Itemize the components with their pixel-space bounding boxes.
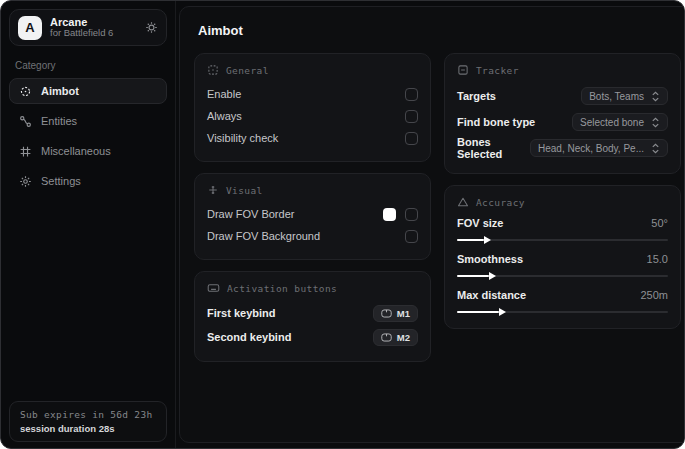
- session-duration-text: session duration 28s: [20, 423, 156, 434]
- sidebar-item-aimbot[interactable]: Aimbot: [9, 78, 167, 104]
- slider-thumb[interactable]: [489, 272, 496, 280]
- bones-selected-select[interactable]: Head, Neck, Body, Pe...: [530, 139, 668, 157]
- slider-value: 15.0: [647, 253, 668, 265]
- visual-title: Visual: [226, 185, 263, 196]
- setting-label: FOV size: [457, 217, 503, 229]
- activation-card-header: Activation buttons: [207, 282, 418, 294]
- tracker-title: Tracker: [476, 65, 519, 76]
- brand-text: Arcane for Battlefield 6: [50, 16, 137, 40]
- category-label: Category: [15, 60, 161, 71]
- keybind-value: M2: [397, 332, 410, 343]
- brand-card: A Arcane for Battlefield 6: [9, 9, 167, 46]
- slider-value: 250m: [640, 289, 668, 301]
- sub-expiry-text: Sub expires in 56d 23h: [20, 409, 156, 420]
- visual-card: Visual Draw FOV Border Draw FOV Backgrou…: [194, 173, 431, 260]
- setting-label: Visibility check: [207, 132, 278, 144]
- setting-row-targets: Targets Bots, Teams: [457, 83, 668, 109]
- accuracy-card: Accuracy FOV size 50°: [444, 185, 681, 329]
- sidebar-nav: Aimbot Entities Miscellaneous: [9, 78, 167, 194]
- always-checkbox[interactable]: [405, 110, 418, 123]
- general-card-header: General: [207, 64, 418, 76]
- setting-label: Always: [207, 110, 242, 122]
- accuracy-card-header: Accuracy: [457, 196, 668, 208]
- find-bone-type-select[interactable]: Selected bone: [572, 113, 668, 131]
- setting-label: Second keybind: [207, 331, 291, 343]
- slider-fill: [457, 275, 489, 277]
- draw-fov-background-checkbox[interactable]: [405, 230, 418, 243]
- slider-label-row: Smoothness 15.0: [457, 253, 668, 265]
- sidebar: A Arcane for Battlefield 6 Category Ai: [1, 1, 176, 448]
- gear-icon[interactable]: [145, 21, 158, 34]
- setting-group-max-distance: Max distance 250m: [457, 289, 668, 316]
- setting-row-visibility-check: Visibility check: [207, 127, 418, 149]
- setting-row-draw-fov-border: Draw FOV Border: [207, 203, 418, 225]
- mouse-icon: [381, 333, 392, 342]
- targets-select[interactable]: Bots, Teams: [581, 87, 668, 105]
- app-window: A Arcane for Battlefield 6 Category Ai: [0, 0, 685, 449]
- slider-label-row: FOV size 50°: [457, 217, 668, 229]
- sidebar-item-label: Aimbot: [41, 85, 79, 97]
- tracker-card: Tracker Targets Bots, Teams Find bone ty…: [444, 53, 681, 174]
- slider-fill: [457, 239, 484, 241]
- select-value: Selected bone: [580, 117, 644, 128]
- general-card: General Enable Always Visibility check: [194, 53, 431, 162]
- sidebar-item-label: Entities: [41, 115, 77, 127]
- app-logo: A: [18, 16, 42, 40]
- content-columns: General Enable Always Visibility check: [194, 53, 681, 362]
- sidebar-item-entities[interactable]: Entities: [9, 108, 167, 134]
- setting-label: Find bone type: [457, 116, 535, 128]
- setting-row-bones-selected: Bones Selected Head, Neck, Body, Pe...: [457, 135, 668, 161]
- app-logo-letter: A: [25, 20, 34, 35]
- setting-row-first-keybind: First keybind M1: [207, 301, 418, 325]
- setting-row-enable: Enable: [207, 83, 418, 105]
- slider-label-row: Max distance 250m: [457, 289, 668, 301]
- select-value: Head, Neck, Body, Pe...: [538, 143, 644, 154]
- setting-row-second-keybind: Second keybind M2: [207, 325, 418, 349]
- setting-label: Bones Selected: [457, 136, 530, 160]
- grid-dashed-icon: [207, 64, 219, 76]
- chevrons-up-down-icon: [651, 117, 660, 128]
- enable-checkbox[interactable]: [405, 88, 418, 101]
- left-column: General Enable Always Visibility check: [194, 53, 431, 362]
- grid-icon: [19, 145, 32, 158]
- fov-size-slider[interactable]: [457, 236, 668, 244]
- setting-label: First keybind: [207, 307, 275, 319]
- visibility-check-checkbox[interactable]: [405, 132, 418, 145]
- sidebar-item-settings[interactable]: Settings: [9, 168, 167, 194]
- activation-title: Activation buttons: [227, 283, 337, 294]
- setting-label: Smoothness: [457, 253, 523, 265]
- tracker-card-header: Tracker: [457, 64, 668, 76]
- setting-row-find-bone-type: Find bone type Selected bone: [457, 109, 668, 135]
- app-subtitle: for Battlefield 6: [50, 28, 137, 39]
- page-title: Aimbot: [198, 23, 681, 38]
- second-keybind-button[interactable]: M2: [373, 329, 418, 346]
- subscription-card: Sub expires in 56d 23h session duration …: [9, 401, 167, 442]
- slider-value: 50°: [651, 217, 668, 229]
- keyboard-icon: [207, 282, 220, 294]
- setting-row-always: Always: [207, 105, 418, 127]
- sidebar-item-miscellaneous[interactable]: Miscellaneous: [9, 138, 167, 164]
- visual-card-header: Visual: [207, 184, 418, 196]
- first-keybind-button[interactable]: M1: [373, 305, 418, 322]
- accuracy-title: Accuracy: [476, 197, 525, 208]
- draw-fov-border-checkbox[interactable]: [405, 208, 418, 221]
- mouse-icon: [381, 309, 392, 318]
- keybind-value: M1: [397, 308, 410, 319]
- setting-group-fov-size: FOV size 50°: [457, 217, 668, 244]
- slider-thumb[interactable]: [484, 236, 491, 244]
- setting-row-draw-fov-background: Draw FOV Background: [207, 225, 418, 247]
- max-distance-slider[interactable]: [457, 308, 668, 316]
- slider-fill: [457, 311, 499, 313]
- select-value: Bots, Teams: [589, 91, 644, 102]
- setting-label: Targets: [457, 90, 496, 102]
- entities-icon: [19, 115, 32, 128]
- slider-thumb[interactable]: [499, 308, 506, 316]
- move-icon: [207, 184, 219, 196]
- setting-label: Draw FOV Background: [207, 230, 320, 242]
- general-title: General: [226, 65, 269, 76]
- activation-card: Activation buttons First keybind M1: [194, 271, 431, 362]
- smoothness-slider[interactable]: [457, 272, 668, 280]
- gear-icon: [19, 175, 32, 188]
- setting-group-smoothness: Smoothness 15.0: [457, 253, 668, 280]
- fov-border-color-swatch[interactable]: [383, 208, 396, 221]
